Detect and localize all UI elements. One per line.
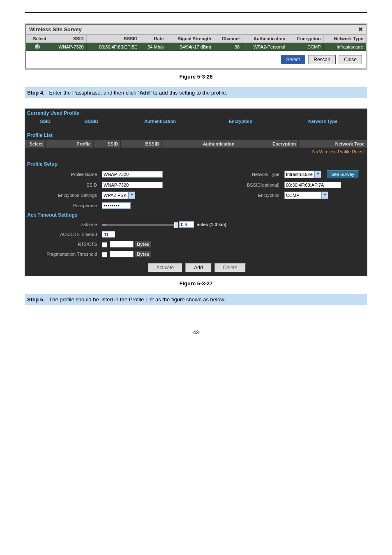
profile-setup-title: Profile Setup — [25, 160, 367, 169]
used-col-auth: Authentication — [117, 118, 203, 125]
col-bssid: BSSID — [86, 35, 140, 43]
cell-rate: 54 Mb/s — [140, 43, 166, 51]
passphrase-input[interactable] — [102, 202, 131, 209]
rtscts-bytes-label: Bytes — [135, 241, 151, 247]
cell-ssid: WNAP-7320 — [49, 43, 86, 51]
rtscts-label: RTS/CTS — [25, 239, 99, 249]
step-4-text-a: Enter the Passphrase, and then click “ — [49, 90, 139, 96]
site-survey-button[interactable]: Site Survey — [327, 170, 359, 178]
currently-used-profile-title: Currently Used Profile — [25, 109, 367, 118]
col-enc: Encryption — [288, 35, 323, 43]
cell-auth: WPA2-Personal — [242, 43, 288, 51]
step-4-text-b: ” to add this setting to the profile. — [150, 90, 227, 96]
cell-signal: 94/94(-17 dBm) — [166, 43, 214, 51]
close-button[interactable]: Close — [339, 55, 362, 64]
rescan-button[interactable]: Rescan — [308, 55, 336, 64]
cell-bssid: 00:30:4F:60:EF:BE — [86, 43, 140, 51]
encryption-label: Encryption — [207, 190, 282, 201]
profile-list-title: Profile List — [25, 131, 367, 140]
pl-col-bssid: BSSID — [121, 140, 162, 148]
network-type-label: Network Type — [207, 169, 282, 180]
site-survey-title: Wireless Site Survey — [29, 26, 82, 32]
bssid-optional-input[interactable] — [284, 182, 341, 188]
cell-net: Infrastructure — [323, 43, 366, 51]
pl-col-net: Network Type — [299, 140, 367, 148]
network-type-select[interactable]: Infrastructure — [284, 171, 321, 178]
figure-caption-2: Figure 5-3-27 — [25, 280, 367, 287]
table-row[interactable]: WNAP-7320 00:30:4F:60:EF:BE 54 Mb/s 94/9… — [26, 43, 366, 51]
profile-name-input[interactable] — [102, 171, 163, 178]
encryption-select[interactable]: CCMP — [284, 192, 328, 199]
used-col-ssid: SSID — [25, 118, 66, 125]
encryption-settings-select[interactable]: WPA2-PSK — [102, 192, 135, 199]
distance-unit: miles (1.0 km) — [196, 222, 226, 227]
step-4-num: Step 4. — [27, 90, 45, 96]
pl-col-select: Select — [25, 140, 46, 148]
profile-config-panel: Currently Used Profile SSID BSSID Authen… — [25, 109, 367, 276]
used-col-bssid: BSSID — [66, 118, 117, 125]
col-rate: Rate — [140, 35, 166, 43]
distance-label: Distance — [25, 220, 99, 229]
site-survey-dialog: Wireless Site Survey ✖ Select SSID BSSID… — [25, 23, 367, 69]
profile-list-empty: No Wireless Profile Rules! — [25, 148, 367, 156]
passphrase-label: Passphrase — [25, 201, 99, 210]
bssid-optional-label: BSSID(optional) — [207, 180, 282, 190]
profile-name-label: Profile Name — [25, 169, 99, 180]
used-col-net: Network Type — [278, 118, 367, 125]
activate-button[interactable]: Activate — [148, 263, 183, 272]
delete-button[interactable]: Delete — [214, 263, 246, 272]
col-ssid: SSID — [49, 35, 86, 43]
step-5-bar: Step 5. The profile should be listed in … — [25, 294, 367, 305]
encryption-settings-label: Encryption Settings — [25, 190, 99, 201]
fragmentation-label: Fragmentation Threshold — [25, 249, 99, 259]
ssid-label: SSID — [25, 180, 99, 190]
pl-col-ssid: SSID — [93, 140, 121, 148]
col-signal: Signal Strength — [166, 35, 214, 43]
step-5-text: The profile should be listed in the Prof… — [49, 296, 225, 303]
radio-selected-icon[interactable] — [35, 44, 40, 49]
ack-timeout-title: Ack Timeout Settings — [25, 210, 367, 220]
rtscts-input[interactable] — [110, 241, 134, 247]
ackcts-timeout-label: ACK/CTS Timeout — [25, 229, 99, 239]
used-col-enc: Encryption — [203, 118, 278, 125]
step-4-bold: Add — [139, 90, 150, 96]
page-number: -43- — [25, 330, 367, 335]
distance-value[interactable] — [179, 221, 194, 228]
horizontal-rule — [25, 12, 367, 13]
distance-slider[interactable] — [102, 224, 177, 226]
figure-caption-1: Figure 5-3-26 — [25, 74, 367, 80]
select-button[interactable]: Select — [281, 55, 305, 64]
fragmentation-input[interactable] — [110, 251, 134, 257]
ssid-input[interactable] — [102, 182, 163, 188]
close-icon[interactable]: ✖ — [358, 26, 363, 32]
rtscts-checkbox[interactable] — [102, 242, 107, 247]
cell-enc: CCMP — [288, 43, 323, 51]
fragmentation-checkbox[interactable] — [102, 252, 107, 257]
cell-channel: 36 — [214, 43, 242, 51]
col-net: Network Type — [323, 35, 366, 43]
add-button[interactable]: Add — [185, 263, 211, 272]
pl-col-profile: Profile — [45, 140, 93, 148]
pl-col-auth: Authentication — [162, 140, 237, 148]
step-5-num: Step 5. — [27, 296, 45, 303]
pl-col-enc: Encryption — [237, 140, 299, 148]
fragmentation-bytes-label: Bytes — [135, 251, 151, 257]
site-survey-table: Select SSID BSSID Rate Signal Strength C… — [26, 35, 366, 51]
ackcts-timeout-input[interactable] — [102, 231, 115, 238]
step-4-bar: Step 4. Enter the Passphrase, and then c… — [25, 87, 367, 98]
col-channel: Channel — [214, 35, 242, 43]
col-auth: Authentication — [242, 35, 288, 43]
col-select: Select — [26, 35, 49, 43]
